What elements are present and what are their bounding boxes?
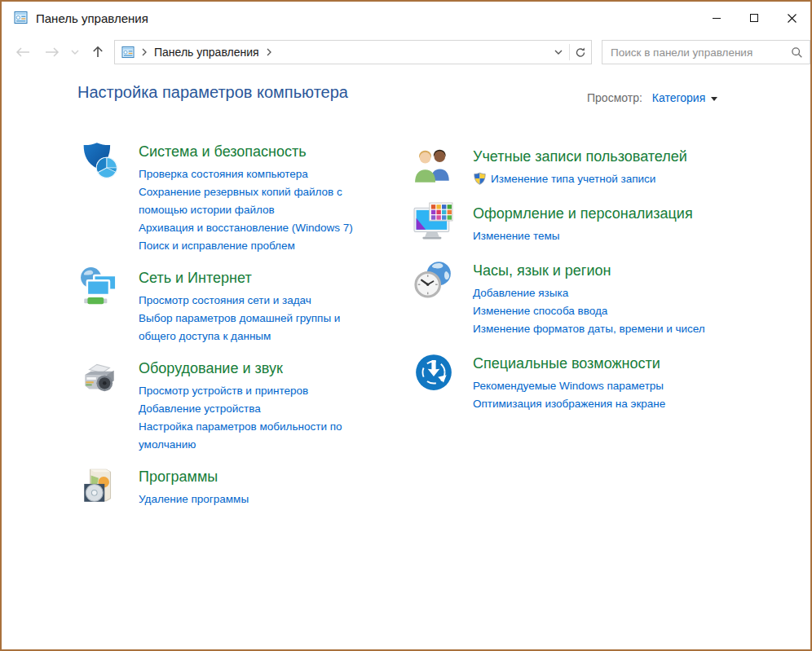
- category-title-ease-of-access[interactable]: Специальные возможности: [473, 354, 660, 373]
- close-icon: [787, 13, 797, 24]
- task-link[interactable]: Изменение темы: [473, 227, 693, 245]
- category-tasks: Изменение темы: [473, 227, 693, 245]
- category-title-appearance-personalization[interactable]: Оформление и персонализация: [473, 204, 693, 223]
- task-link[interactable]: Изменение типа учетной записи: [473, 170, 687, 188]
- dropdown-caret-icon: [711, 97, 717, 101]
- refresh-icon: [575, 46, 586, 59]
- category-tasks: Просмотр состояния сети и задачВыбор пар…: [139, 292, 340, 345]
- task-link[interactable]: Настройка параметров мобильности по умол…: [139, 418, 342, 454]
- up-button[interactable]: [88, 45, 108, 59]
- breadcrumb-control-panel[interactable]: Панель управления: [154, 46, 259, 59]
- recent-pages-button[interactable]: [68, 50, 82, 55]
- users-icon[interactable]: [413, 145, 454, 186]
- task-link[interactable]: Сохранение резервных копий файлов с помо…: [139, 183, 353, 219]
- category-tasks: Добавление языкаИзменение способа вводаИ…: [473, 284, 705, 338]
- address-dropdown-icon: [554, 50, 563, 55]
- category-title-network-internet[interactable]: Сеть и Интернет: [139, 268, 252, 288]
- task-link[interactable]: Добавление устройства: [139, 400, 342, 418]
- search-icon[interactable]: [791, 46, 803, 59]
- category-ease-of-access: Специальные возможностиРекомендуемые Win…: [413, 352, 784, 413]
- up-icon: [90, 45, 105, 59]
- category-system-security: Система и безопасностьПроверка состояния…: [79, 140, 405, 255]
- network-globe-icon[interactable]: [79, 266, 120, 307]
- category-title-system-security[interactable]: Система и безопасность: [139, 142, 307, 161]
- category-programs: ПрограммыУдаление программы: [79, 465, 405, 508]
- task-link-label: Просмотр устройств и принтеров: [139, 385, 308, 397]
- category-title-programs[interactable]: Программы: [139, 467, 218, 486]
- forward-icon: [43, 46, 61, 59]
- forward-button[interactable]: [42, 46, 62, 59]
- search-box: [602, 40, 810, 64]
- task-link[interactable]: Проверка состояния компьютера: [139, 165, 353, 183]
- breadcrumb-chevron-icon[interactable]: [267, 48, 271, 56]
- control-panel-icon: [121, 46, 135, 59]
- window-title: Панель управления: [36, 11, 148, 25]
- category-tasks: Просмотр устройств и принтеровДобавление…: [139, 382, 342, 454]
- minimize-button[interactable]: [698, 2, 735, 34]
- task-link[interactable]: Архивация и восстановление (Windows 7): [139, 219, 353, 237]
- recent-pages-chevron-icon: [71, 50, 79, 55]
- back-icon: [14, 46, 32, 59]
- breadcrumb-chevron-icon[interactable]: [142, 48, 147, 56]
- address-bar[interactable]: Панель управления: [114, 40, 592, 64]
- task-link[interactable]: Добавление языка: [473, 284, 705, 302]
- close-button[interactable]: [773, 2, 810, 34]
- task-link-label: Настройка параметров мобильности по умол…: [139, 420, 342, 451]
- task-link[interactable]: Поиск и исправление проблем: [139, 237, 353, 255]
- task-link-label: Поиск и исправление проблем: [139, 240, 295, 252]
- task-link-label: Удаление программы: [139, 493, 249, 505]
- back-button[interactable]: [13, 46, 33, 59]
- category-title-hardware-sound[interactable]: Оборудование и звук: [139, 358, 283, 378]
- category-appearance-personalization: Оформление и персонализацияИзменение тем…: [413, 202, 784, 245]
- task-link-label: Рекомендуемые Windows параметры: [473, 380, 664, 392]
- category-tasks: Изменение типа учетной записи: [473, 170, 687, 188]
- task-link[interactable]: Изменение способа ввода: [473, 302, 705, 320]
- minimize-icon: [712, 13, 722, 23]
- refresh-button[interactable]: [570, 41, 591, 64]
- window-controls: [698, 2, 810, 34]
- category-title-user-accounts[interactable]: Учетные записи пользователей: [473, 147, 687, 166]
- search-input[interactable]: [609, 46, 786, 59]
- control-panel-icon: [14, 11, 28, 24]
- categories-left-column: Система и безопасностьПроверка состояния…: [79, 140, 405, 520]
- titlebar: Панель управления: [2, 2, 810, 34]
- task-link[interactable]: Удаление программы: [139, 490, 249, 508]
- task-link-label: Изменение способа ввода: [473, 305, 607, 317]
- category-clock-language-region: Часы, язык и регионДобавление языкаИзмен…: [413, 259, 784, 338]
- view-by-dropdown[interactable]: Категория: [652, 91, 717, 104]
- task-link-label: Проверка состояния компьютера: [139, 168, 308, 180]
- category-hardware-sound: Оборудование и звукПросмотр устройств и …: [79, 357, 405, 454]
- task-link[interactable]: Выбор параметров домашней группы и общег…: [139, 310, 340, 345]
- category-tasks: Удаление программы: [139, 490, 249, 508]
- task-link-label: Оптимизация изображения на экране: [473, 398, 665, 410]
- task-link-label: Добавление устройства: [139, 402, 261, 415]
- category-tasks: Рекомендуемые Windows параметрыОптимизац…: [473, 377, 665, 413]
- task-link[interactable]: Просмотр устройств и принтеров: [139, 382, 342, 400]
- task-link-label: Изменение форматов даты, времени и чисел: [473, 323, 705, 335]
- task-link-label: Сохранение резервных копий файлов с помо…: [139, 186, 342, 216]
- task-link[interactable]: Оптимизация изображения на экране: [473, 395, 665, 413]
- task-link-label: Архивация и восстановление (Windows 7): [139, 222, 353, 234]
- maximize-icon: [749, 13, 759, 23]
- task-link[interactable]: Рекомендуемые Windows параметры: [473, 377, 665, 395]
- address-dropdown-button[interactable]: [548, 41, 569, 64]
- navigation-toolbar: Панель управления: [2, 34, 810, 70]
- security-shield-icon[interactable]: [79, 140, 120, 181]
- task-link-label: Просмотр состояния сети и задач: [139, 294, 311, 306]
- category-user-accounts: Учетные записи пользователей Изменение т…: [413, 145, 784, 188]
- clock-globe-icon[interactable]: [413, 259, 454, 300]
- software-box-icon[interactable]: [79, 465, 120, 506]
- control-panel-window: Панель управления: [0, 0, 812, 651]
- category-title-clock-language-region[interactable]: Часы, язык и регион: [473, 261, 611, 280]
- task-link[interactable]: Изменение форматов даты, времени и чисел: [473, 320, 705, 338]
- ease-of-access-icon[interactable]: [413, 352, 454, 393]
- task-link[interactable]: Просмотр состояния сети и задач: [139, 292, 340, 310]
- uac-shield-icon: [473, 170, 491, 188]
- category-tasks: Проверка состояния компьютераСохранение …: [139, 165, 353, 255]
- printer-icon[interactable]: [79, 357, 120, 398]
- view-by-control: Просмотр: Категория: [587, 91, 717, 104]
- personalization-monitor-icon[interactable]: [413, 202, 454, 243]
- category-network-internet: Сеть и ИнтернетПросмотр состояния сети и…: [79, 266, 405, 345]
- categories-right-column: Учетные записи пользователей Изменение т…: [413, 145, 784, 427]
- maximize-button[interactable]: [735, 2, 773, 34]
